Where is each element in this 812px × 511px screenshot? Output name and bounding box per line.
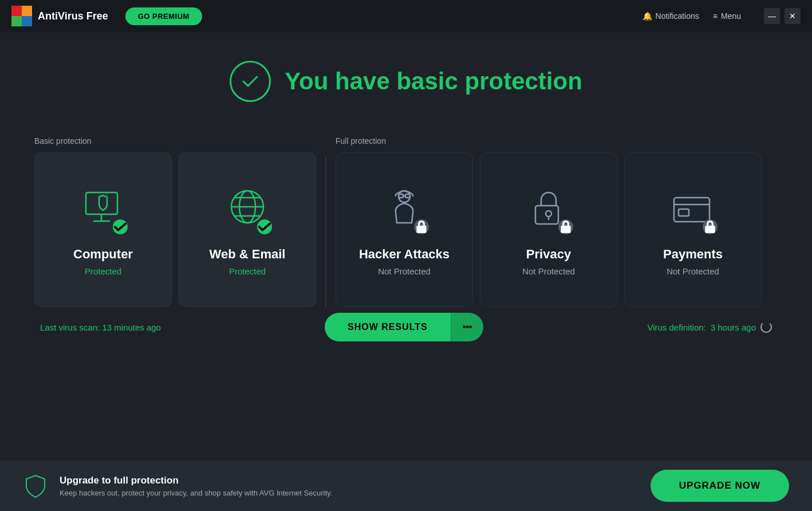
menu-icon: ≡ xyxy=(713,11,718,21)
status-circle xyxy=(230,61,271,102)
footer-subtitle: Keep hackers out, protect your privacy, … xyxy=(60,489,639,497)
minimize-button[interactable]: — xyxy=(764,8,780,24)
show-results-group: SHOW RESULTS ••• xyxy=(325,313,484,341)
hacker-attacks-card-status: Not Protected xyxy=(378,266,431,276)
hacker-attacks-card-name: Hacker Attacks xyxy=(359,247,450,262)
last-scan-label: Last virus scan: xyxy=(40,323,102,332)
svg-rect-17 xyxy=(535,206,558,224)
computer-icon xyxy=(77,184,129,235)
privacy-card-status: Not Protected xyxy=(522,266,575,276)
upgrade-now-button[interactable]: UPGRADE NOW xyxy=(651,470,789,502)
privacy-card[interactable]: Privacy Not Protected xyxy=(480,152,617,307)
svg-rect-3 xyxy=(22,16,32,26)
basic-cards-group: Computer Protected xyxy=(34,152,316,307)
status-highlight: basic protection xyxy=(396,68,582,95)
section-divider xyxy=(325,157,326,307)
svg-rect-14 xyxy=(405,194,410,198)
svg-rect-0 xyxy=(11,6,22,16)
computer-card-status: Protected xyxy=(85,266,121,276)
svg-rect-24 xyxy=(705,225,715,233)
main-content: You have basic protection Basic protecti… xyxy=(0,32,812,341)
svg-rect-16 xyxy=(416,225,426,233)
go-premium-button[interactable]: GO PREMIUM xyxy=(125,7,202,25)
app-title-label: AntiVirus Free xyxy=(38,10,108,22)
web-email-card[interactable]: Web & Email Protected xyxy=(179,152,316,307)
bottom-bar: Last virus scan: 13 minutes ago SHOW RES… xyxy=(34,313,778,341)
payments-card-status: Not Protected xyxy=(667,266,719,276)
basic-protection-label: Basic protection xyxy=(34,136,316,146)
close-button[interactable]: ✕ xyxy=(785,8,801,24)
web-email-card-status: Protected xyxy=(229,266,266,276)
footer-title: Upgrade to full protection xyxy=(60,475,639,486)
footer-shield-icon xyxy=(23,473,48,498)
svg-rect-13 xyxy=(399,194,403,198)
menu-button[interactable]: ≡ Menu xyxy=(713,11,741,21)
checkmark-icon xyxy=(240,71,261,92)
hacker-attacks-icon xyxy=(379,184,430,235)
bell-icon: 🔔 xyxy=(642,11,652,21)
footer-text: Upgrade to full protection Keep hackers … xyxy=(60,475,639,497)
web-email-icon xyxy=(222,184,273,235)
payments-lock-badge xyxy=(703,219,718,234)
svg-point-18 xyxy=(546,211,551,217)
window-controls: — ✕ xyxy=(764,8,801,24)
hacker-attacks-lock-badge xyxy=(414,219,429,234)
hacker-attacks-card[interactable]: Hacker Attacks Not Protected xyxy=(336,152,473,307)
menu-label: Menu xyxy=(721,11,741,21)
refresh-icon[interactable] xyxy=(760,321,772,333)
svg-rect-1 xyxy=(22,6,32,16)
full-protection-section: Full protection xyxy=(336,136,778,307)
notifications-button[interactable]: 🔔 Notifications xyxy=(642,11,699,21)
titlebar: AntiVirus Free GO PREMIUM 🔔 Notification… xyxy=(0,0,812,32)
payments-icon xyxy=(667,184,719,235)
payments-card[interactable]: Payments Not Protected xyxy=(624,152,762,307)
virus-def-label: Virus definition: xyxy=(647,323,705,332)
svg-rect-20 xyxy=(561,225,570,233)
virus-def-time: 3 hours ago xyxy=(711,323,756,332)
titlebar-right: 🔔 Notifications ≡ Menu — ✕ xyxy=(642,8,801,24)
full-protection-label: Full protection xyxy=(336,136,778,146)
privacy-lock-badge xyxy=(558,219,573,234)
logo-area: AntiVirus Free GO PREMIUM xyxy=(11,6,202,26)
protection-area: Basic protection xyxy=(34,136,778,307)
full-cards-group: Hacker Attacks Not Protected xyxy=(336,152,778,307)
footer-upgrade-bar: Upgrade to full protection Keep hackers … xyxy=(0,461,812,511)
status-text: You have basic protection xyxy=(285,68,582,95)
computer-card[interactable]: Computer Protected xyxy=(34,152,172,307)
status-header: You have basic protection xyxy=(34,61,778,102)
notifications-label: Notifications xyxy=(656,11,699,21)
web-email-card-name: Web & Email xyxy=(210,247,286,262)
scan-info: Last virus scan: 13 minutes ago xyxy=(40,323,161,332)
avg-logo-icon xyxy=(11,6,32,26)
status-prefix: You have xyxy=(285,68,396,95)
computer-protected-badge xyxy=(113,219,128,234)
more-options-button[interactable]: ••• xyxy=(451,313,484,341)
svg-rect-2 xyxy=(11,16,22,26)
basic-protection-section: Basic protection xyxy=(34,136,316,307)
virus-definition-info: Virus definition: 3 hours ago xyxy=(647,321,772,333)
web-email-protected-badge xyxy=(257,219,272,234)
last-scan-time: 13 minutes ago xyxy=(102,323,161,332)
show-results-button[interactable]: SHOW RESULTS xyxy=(325,313,451,341)
privacy-icon xyxy=(523,184,574,235)
svg-rect-23 xyxy=(679,209,689,216)
